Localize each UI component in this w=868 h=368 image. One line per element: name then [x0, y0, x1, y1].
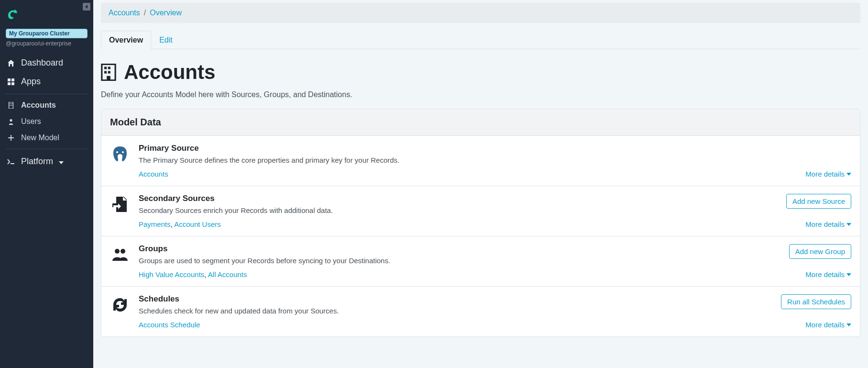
- section-title: Schedules: [139, 294, 339, 304]
- more-details-toggle[interactable]: More details: [805, 321, 851, 329]
- tab-overview[interactable]: Overview: [101, 31, 151, 49]
- file-import-icon: [110, 194, 130, 214]
- section-schedules: Schedules Schedules check for new and up…: [101, 287, 860, 336]
- svg-rect-14: [108, 67, 110, 69]
- more-details-toggle[interactable]: More details: [805, 170, 851, 178]
- source-link-accounts[interactable]: Accounts: [139, 170, 168, 178]
- breadcrumb-link-model[interactable]: Accounts: [109, 9, 140, 17]
- caret-down-icon: [846, 222, 851, 227]
- grid-icon: [7, 78, 15, 86]
- building-icon: [101, 64, 116, 81]
- svg-rect-15: [104, 71, 107, 73]
- svg-point-19: [121, 249, 125, 254]
- section-groups: Groups Groups are used to segment your R…: [101, 236, 860, 287]
- svg-point-18: [115, 249, 120, 254]
- breadcrumb: Accounts / Overview: [101, 3, 860, 23]
- section-primary-source: Primary Source The Primary Source define…: [101, 136, 860, 186]
- plus-icon: [7, 134, 15, 141]
- more-details-toggle[interactable]: More details: [805, 220, 851, 228]
- sidebar-label: New Model: [21, 134, 59, 142]
- svg-rect-5: [10, 103, 11, 104]
- sidebar-label: Dashboard: [21, 58, 63, 68]
- source-link-account-users[interactable]: Account Users: [174, 220, 221, 228]
- cluster-name-badge[interactable]: My Grouparoo Cluster: [6, 29, 88, 38]
- sidebar-item-accounts[interactable]: Accounts: [6, 97, 88, 113]
- caret-down-icon: [846, 172, 851, 177]
- section-secondary-sources: Secondary Sources Secondary Sources enri…: [101, 186, 860, 236]
- sidebar: My Grouparoo Cluster @grouparoo/ui-enter…: [0, 0, 93, 368]
- svg-rect-13: [104, 67, 107, 69]
- section-description: Schedules check for new and updated data…: [139, 307, 339, 315]
- section-title: Secondary Sources: [139, 194, 333, 203]
- svg-rect-7: [10, 105, 11, 106]
- card-header: Model Data: [101, 109, 860, 136]
- refresh-icon: [110, 294, 130, 314]
- sidebar-divider: [6, 149, 88, 149]
- page-title-text: Accounts: [124, 61, 215, 84]
- terminal-icon: [7, 157, 15, 166]
- sidebar-item-dashboard[interactable]: Dashboard: [6, 54, 88, 72]
- tabs: Overview Edit: [101, 31, 860, 49]
- section-title: Groups: [139, 244, 390, 254]
- page-description: Define your Accounts Model here with Sou…: [101, 90, 860, 99]
- building-icon: [7, 102, 15, 109]
- svg-rect-1: [11, 78, 14, 81]
- caret-down-icon: [846, 323, 851, 327]
- more-details-toggle[interactable]: More details: [805, 270, 851, 279]
- section-description: The Primary Source defines the core prop…: [139, 156, 851, 164]
- postgres-icon: [110, 144, 130, 164]
- home-icon: [7, 59, 15, 67]
- source-link-payments[interactable]: Payments: [139, 220, 171, 228]
- caret-down-icon: [846, 272, 851, 277]
- section-description: Groups are used to segment your Records …: [139, 256, 390, 265]
- svg-rect-4: [9, 102, 13, 109]
- svg-point-9: [10, 119, 12, 122]
- sidebar-item-users[interactable]: Users: [6, 113, 88, 130]
- sidebar-label: Apps: [21, 77, 41, 87]
- section-description: Secondary Sources enrich your Records wi…: [139, 206, 333, 214]
- users-group-icon: [110, 244, 130, 264]
- caret-down-icon: [59, 156, 64, 167]
- svg-rect-2: [8, 82, 11, 85]
- add-new-group-button[interactable]: Add new Group: [789, 244, 851, 259]
- group-link-high-value[interactable]: High Value Accounts: [139, 270, 204, 279]
- add-new-source-button[interactable]: Add new Source: [786, 194, 851, 209]
- tab-edit[interactable]: Edit: [151, 31, 181, 49]
- svg-rect-6: [11, 103, 12, 104]
- svg-rect-0: [8, 78, 11, 81]
- logo[interactable]: [6, 8, 88, 24]
- schedule-link-accounts[interactable]: Accounts Schedule: [139, 321, 200, 329]
- svg-rect-16: [108, 71, 110, 73]
- sidebar-divider: [6, 94, 88, 94]
- user-icon: [7, 118, 15, 125]
- cluster-package-label: @grouparoo/ui-enterprise: [6, 40, 88, 47]
- sidebar-item-platform[interactable]: Platform: [6, 152, 88, 171]
- breadcrumb-link-page[interactable]: Overview: [150, 9, 182, 17]
- svg-rect-17: [107, 76, 110, 80]
- svg-rect-11: [8, 137, 14, 138]
- section-title: Primary Source: [139, 144, 851, 153]
- main-content: Accounts / Overview Overview Edit Accoun…: [93, 0, 868, 368]
- breadcrumb-separator: /: [144, 9, 146, 17]
- model-data-card: Model Data Primary Source The Primary So…: [101, 109, 860, 337]
- svg-rect-3: [11, 82, 14, 85]
- sidebar-label: Platform: [21, 156, 53, 167]
- sidebar-item-new-model[interactable]: New Model: [6, 130, 88, 146]
- sidebar-label: Users: [21, 117, 41, 126]
- svg-rect-8: [11, 105, 12, 106]
- sidebar-collapse-button[interactable]: [83, 3, 90, 11]
- group-link-all-accounts[interactable]: All Accounts: [208, 270, 247, 279]
- sidebar-item-apps[interactable]: Apps: [6, 72, 88, 91]
- sidebar-label: Accounts: [21, 101, 56, 110]
- page-title: Accounts: [101, 61, 860, 84]
- run-all-schedules-button[interactable]: Run all Schedules: [781, 294, 851, 309]
